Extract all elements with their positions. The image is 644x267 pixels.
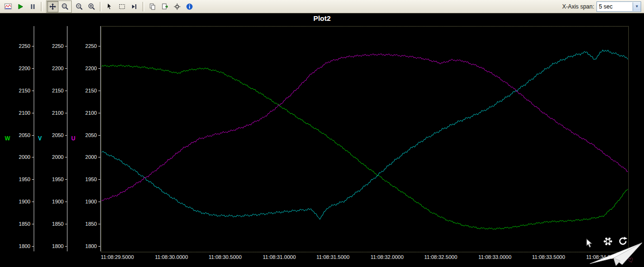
y-tick-label: 2050 (81, 132, 97, 138)
chevron-down-icon: ▼ (633, 2, 641, 11)
x-tick-label: 11:08:29.5000 (95, 254, 139, 260)
export-icon (161, 3, 169, 10)
y-tickmark (32, 91, 34, 91)
zoom-in-button[interactable] (86, 1, 97, 12)
y-tick-label: 1900 (81, 199, 97, 204)
y-tick-label: 1950 (47, 176, 64, 182)
heart-icon: ♡ (627, 256, 635, 265)
y-tickmark (98, 157, 100, 157)
x-tick-label: 11:08:32.5000 (419, 254, 463, 260)
y-tickmark (32, 179, 34, 180)
cursor-step-icon (131, 3, 138, 10)
x-tick-label: 11:08:32.0000 (365, 254, 409, 260)
run-icon (17, 3, 24, 10)
y-tick-label: 1800 (47, 243, 64, 249)
x-tick-label: 11:08:33.5000 (527, 254, 570, 260)
pause-button[interactable] (27, 1, 38, 12)
y-tick-label: 1850 (47, 221, 64, 227)
xaxis-span-select[interactable]: 5 sec ▼ (597, 1, 641, 12)
x-tick-label: 11:08:30.0000 (150, 254, 193, 260)
y-tickmark (32, 246, 34, 247)
traces-svg (102, 27, 628, 252)
y-tickmark (65, 157, 67, 157)
y-axis-label-w: W (5, 135, 10, 142)
y-axis-line (67, 26, 67, 251)
pan-zoom-group (46, 0, 72, 13)
y-tick-label: 2250 (47, 43, 64, 49)
toolbar-separator (41, 2, 43, 11)
copy-icon (149, 3, 156, 10)
y-tickmark (98, 246, 100, 247)
plot-title: Plot2 (0, 14, 644, 22)
trace-w (102, 65, 628, 230)
y-tick-label: 2100 (14, 110, 30, 116)
cursor-step-tool-button[interactable] (129, 1, 140, 12)
y-tickmark (32, 224, 34, 224)
y-tick-label: 2000 (81, 154, 97, 160)
pause-icon (29, 3, 37, 10)
y-tickmark (98, 179, 100, 180)
trace-v (102, 50, 628, 220)
y-tick-label: 1800 (81, 243, 97, 249)
y-tickmark (98, 91, 100, 91)
info-button[interactable] (184, 1, 195, 12)
run-button[interactable] (15, 1, 26, 12)
info-icon (186, 3, 193, 10)
y-tick-label: 1850 (14, 221, 30, 227)
y-tick-label: 2150 (14, 88, 30, 93)
xaxis-span-label: X-Axis span: (562, 3, 594, 10)
y-tickmark (65, 135, 67, 136)
y-tick-label: 2100 (81, 110, 97, 116)
y-tickmark (65, 202, 67, 202)
y-tickmark (65, 91, 67, 91)
toolbar: X-Axis span: 5 sec ▼ (0, 0, 644, 13)
pan-tool-button[interactable] (47, 1, 58, 12)
plot-area[interactable] (101, 26, 629, 252)
export-button[interactable] (159, 1, 170, 12)
chart-region: Plot2 W180018501900195020002050210021502… (0, 13, 644, 267)
y-tickmark (65, 224, 67, 224)
select-rect-icon (118, 3, 126, 10)
cursor-icon (106, 3, 114, 10)
y-tickmark (65, 179, 67, 180)
select-rect-tool-button[interactable] (116, 1, 128, 12)
settings-button[interactable] (171, 1, 183, 12)
pan-icon (49, 3, 57, 10)
zoom-box-tool-button[interactable] (59, 1, 71, 12)
y-axis-line (100, 26, 101, 251)
y-tickmark (98, 113, 100, 113)
zoom-box-icon (61, 3, 69, 10)
y-tick-label: 2200 (14, 65, 30, 71)
x-tick-label: 11:08:33.0000 (473, 254, 517, 260)
waveform-chart-button[interactable] (2, 1, 14, 12)
settings-icon (173, 3, 181, 10)
copy-button[interactable] (147, 1, 158, 12)
y-tick-label: 2100 (47, 110, 64, 116)
y-tickmark (98, 135, 100, 136)
y-axis-label-u: U (71, 135, 76, 142)
app-window: X-Axis span: 5 sec ▼ Plot2 W180018501900… (0, 0, 644, 267)
trace-u (102, 54, 628, 201)
y-tickmark (32, 113, 34, 113)
y-tick-label: 2050 (14, 132, 30, 138)
y-tickmark (32, 68, 34, 69)
y-tickmark (32, 135, 34, 136)
y-tick-label: 2200 (47, 65, 64, 71)
y-tickmark (98, 46, 100, 46)
toolbar-separator (100, 2, 102, 11)
y-tick-label: 1800 (14, 243, 30, 249)
y-tick-label: 1850 (81, 221, 97, 227)
y-tickmark (98, 202, 100, 202)
y-tick-label: 2150 (81, 88, 97, 93)
xaxis-span-value: 5 sec (597, 3, 633, 10)
y-tick-label: 2050 (47, 132, 64, 138)
y-tickmark (65, 46, 67, 46)
zoom-in-icon (88, 3, 95, 10)
y-tickmark (32, 46, 34, 46)
cursor-tool-button[interactable] (104, 1, 115, 12)
y-tick-label: 1900 (14, 199, 30, 204)
y-tick-label: 2000 (14, 154, 30, 160)
y-tick-label: 2200 (81, 65, 97, 71)
y-tickmark (98, 224, 100, 224)
zoom-out-button[interactable] (74, 1, 85, 12)
